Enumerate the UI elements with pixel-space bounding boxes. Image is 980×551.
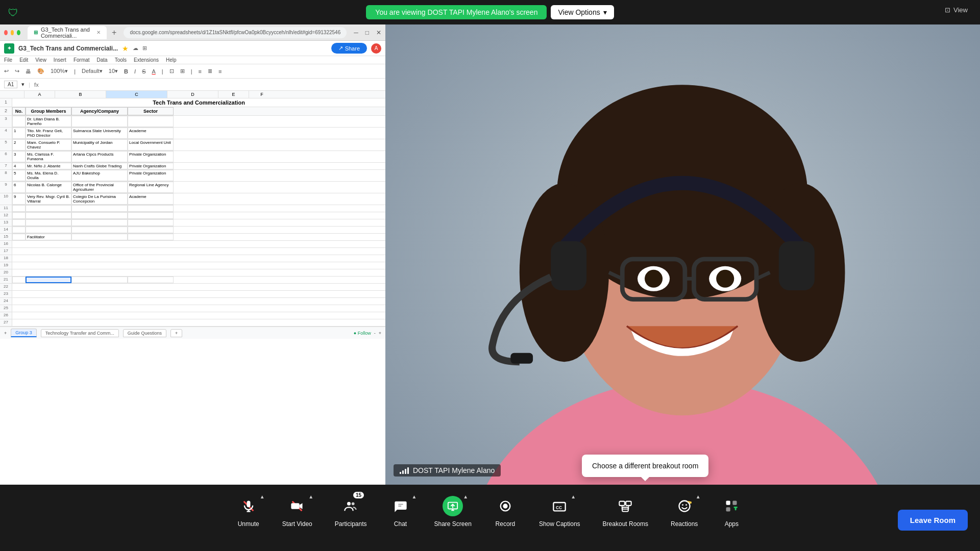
cell[interactable]: 3 — [12, 151, 26, 162]
cell[interactable]: Colegio De La Purisima Concepcion — [71, 193, 128, 205]
cell[interactable] — [71, 234, 128, 240]
cell[interactable]: Private Organization — [128, 170, 174, 181]
align-center[interactable]: ≣ — [208, 68, 212, 74]
cell[interactable]: Nicolas B. Calonge — [26, 182, 71, 193]
cell[interactable]: Very Rev. Msgr. Cyril B. Villarral — [26, 193, 71, 205]
cell[interactable] — [71, 212, 128, 219]
menu-tools[interactable]: Tools — [115, 57, 127, 63]
chrome-address-bar[interactable]: docs.google.com/spreadsheets/d/1Z1taSNkt… — [124, 27, 347, 38]
cell[interactable]: Mam. Consuelo P. Chavez — [26, 139, 71, 151]
chrome-minimize-dot[interactable] — [11, 30, 14, 35]
chrome-close-dot[interactable] — [4, 30, 8, 35]
cell-facilitator[interactable]: Facilitator — [26, 234, 71, 240]
cell[interactable] — [128, 277, 174, 283]
menu-help[interactable]: Help — [166, 57, 177, 63]
cell[interactable] — [71, 205, 128, 212]
chat-chevron-icon[interactable]: ▲ — [412, 494, 417, 499]
cell[interactable] — [12, 116, 26, 127]
cell[interactable] — [128, 116, 174, 127]
cell[interactable]: Office of the Provincial Agriculturer — [71, 182, 128, 193]
col-b-header[interactable]: B — [55, 91, 106, 98]
sheet-tab-guide[interactable]: Guide Questions — [123, 329, 166, 337]
apps-button[interactable]: Apps — [709, 495, 754, 528]
paint-format-icon[interactable]: 🎨 — [37, 68, 44, 74]
cell[interactable] — [12, 227, 26, 233]
share-screen-button[interactable]: ▲ Share Screen — [423, 495, 483, 528]
cell-ref[interactable]: A1 — [4, 81, 17, 88]
cell[interactable]: Artana Cipcs Products — [71, 151, 128, 162]
cell[interactable] — [71, 277, 128, 283]
redo-icon[interactable]: ↪ — [15, 68, 19, 74]
menu-data[interactable]: Data — [97, 57, 108, 63]
cell[interactable] — [128, 219, 174, 226]
reactions-button[interactable]: ▲ Reactions — [659, 495, 709, 528]
print-icon[interactable]: 🖶 — [26, 68, 31, 74]
col-f-header[interactable]: F — [249, 91, 275, 98]
reactions-chevron-icon[interactable]: ▲ — [696, 494, 701, 499]
cell[interactable]: Mr. Niño J. Abante — [26, 163, 71, 169]
sheets-content[interactable]: A B C D E F 1 Tech Trans and Commerciali… — [0, 91, 385, 327]
close-icon[interactable]: ✕ — [376, 29, 381, 36]
align-right[interactable]: ≡ — [218, 68, 222, 74]
sheet-tab-tech[interactable]: Technology Transfer and Comm... — [41, 329, 119, 337]
chrome-tab[interactable]: ⊞ G3_Tech Trans and Commerciali... ✕ — [28, 26, 107, 39]
add-sheet-btn[interactable]: + — [4, 331, 7, 336]
sheet-tab-add[interactable]: + — [170, 329, 182, 337]
cell[interactable]: Private Organization — [128, 151, 174, 162]
share-button[interactable]: ↗ Share — [331, 43, 367, 54]
cell[interactable] — [12, 205, 26, 212]
cell[interactable] — [128, 205, 174, 212]
cell[interactable] — [71, 219, 128, 226]
cell[interactable] — [128, 234, 174, 240]
cell[interactable]: Regional Line Agency — [128, 182, 174, 193]
font-size[interactable]: 10▾ — [109, 68, 118, 74]
cell[interactable]: Municipality of Jordan — [71, 139, 128, 151]
chrome-new-tab[interactable]: + — [112, 28, 116, 37]
strikethrough-btn[interactable]: S — [142, 68, 145, 74]
cell[interactable]: Tito. Mr. Franz Geli, PhD Director — [26, 128, 71, 139]
chat-button[interactable]: ▲ Chat — [378, 495, 423, 528]
show-captions-button[interactable]: CC ▲ Show Captions — [528, 495, 592, 528]
borders-btn[interactable]: ⊡ — [169, 68, 174, 74]
cell[interactable]: Nanh Crafts Globe Trading — [71, 163, 128, 169]
cell[interactable] — [12, 212, 26, 219]
star-icon[interactable]: ★ — [122, 44, 129, 53]
chrome-expand-dot[interactable] — [17, 30, 20, 35]
col-a-header[interactable]: A — [24, 91, 55, 98]
unmute-chevron-icon[interactable]: ▲ — [260, 494, 265, 499]
open-in-drive-icon[interactable]: ⊞ — [142, 45, 147, 52]
selected-cell[interactable] — [26, 277, 71, 283]
cell[interactable]: Academe — [128, 128, 174, 139]
cell[interactable] — [71, 227, 128, 233]
menu-format[interactable]: Format — [74, 57, 90, 63]
sheets-doc-title[interactable]: G3_Tech Trans and Commerciali... — [18, 45, 118, 52]
merge-btn[interactable]: ⊞ — [180, 68, 185, 74]
cell[interactable] — [128, 212, 174, 219]
zoom-select[interactable]: 100%▾ — [51, 68, 68, 74]
cell[interactable] — [128, 227, 174, 233]
col-c-header[interactable]: C — [106, 91, 167, 98]
col-d-header[interactable]: D — [167, 91, 218, 98]
unmute-button[interactable]: ▲ Unmute — [226, 495, 271, 528]
cell[interactable] — [26, 205, 71, 212]
cell[interactable] — [71, 116, 128, 127]
menu-view[interactable]: View — [35, 57, 46, 63]
italic-btn[interactable]: I — [134, 68, 136, 74]
view-options-button[interactable]: View Options ▾ — [551, 5, 614, 19]
menu-insert[interactable]: Insert — [54, 57, 66, 63]
zoom-out-btn[interactable]: - — [374, 331, 376, 336]
cell[interactable]: 6 — [12, 182, 26, 193]
cell[interactable]: Academe — [128, 193, 174, 205]
align-left[interactable]: ≡ — [199, 68, 202, 74]
cell[interactable] — [26, 212, 71, 219]
breakout-rooms-button[interactable]: Breakout Rooms — [592, 495, 659, 528]
start-video-button[interactable]: ▲ Start Video — [271, 495, 324, 528]
zoom-in-btn[interactable]: + — [379, 331, 381, 336]
account-icon[interactable]: A — [371, 43, 381, 54]
font-select[interactable]: Default▾ — [82, 68, 103, 74]
cell[interactable]: 4 — [12, 163, 26, 169]
maximize-icon[interactable]: □ — [365, 29, 369, 36]
cell[interactable]: Local Government Unit — [128, 139, 174, 151]
record-button[interactable]: Record — [483, 495, 528, 528]
menu-extensions[interactable]: Extensions — [134, 57, 159, 63]
